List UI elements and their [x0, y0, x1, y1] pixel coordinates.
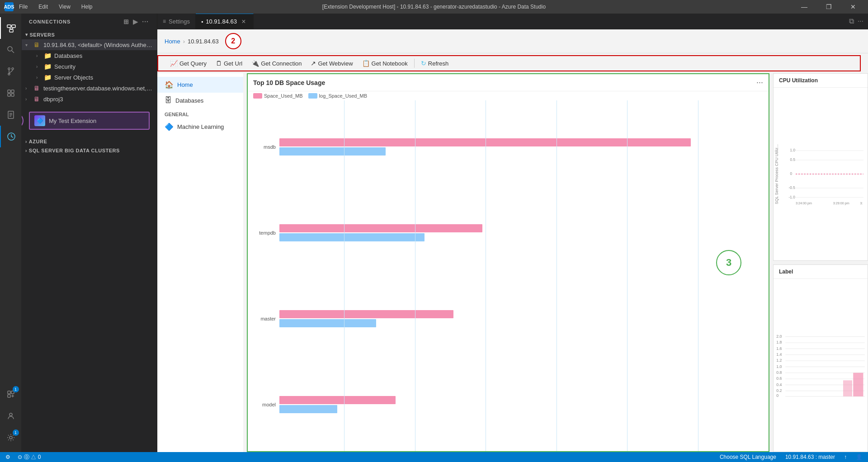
close-button[interactable]: ✕: [843, 0, 863, 14]
security-folder[interactable]: › 📁 Security: [22, 61, 157, 72]
svg-text:1.0: 1.0: [790, 148, 796, 152]
refresh-server-button[interactable]: ↻: [149, 32, 154, 38]
home-nav-icon: 🏠: [165, 80, 174, 89]
annotation-3: 3: [716, 250, 741, 275]
label-chart-title: Label: [779, 269, 793, 275]
databases-folder[interactable]: › 📁 Databases: [22, 50, 157, 61]
status-sql-language[interactable]: Choose SQL Language: [718, 454, 778, 460]
svg-point-5: [8, 47, 12, 51]
extension-section: 1 🔷 My Test Extension: [25, 112, 153, 130]
svg-rect-13: [11, 94, 14, 96]
more-actions-button[interactable]: ···: [141, 17, 150, 26]
split-editor-button[interactable]: ⧉: [848, 16, 855, 26]
nav-home[interactable]: 🏠 Home: [157, 77, 243, 93]
more-tabs-button[interactable]: ···: [857, 16, 864, 26]
activity-deployments[interactable]: 1: [0, 383, 22, 405]
nav-databases[interactable]: 🗄 Databases: [157, 93, 243, 108]
my-test-extension-item[interactable]: 🔷 My Test Extension: [29, 112, 150, 130]
status-server-master[interactable]: 10.91.84.63 : master: [783, 454, 837, 460]
breadcrumb-home[interactable]: Home: [165, 38, 180, 45]
refresh-icon: ↻: [421, 60, 426, 67]
status-remote[interactable]: ⚙: [4, 454, 12, 460]
sql-bigdata-section[interactable]: › SQL SERVER BIG DATA CLUSTERS: [22, 146, 157, 155]
get-query-icon: 📈: [170, 60, 178, 67]
activity-search[interactable]: [0, 39, 22, 61]
get-query-label: Get Query: [179, 60, 207, 67]
status-right: Choose SQL Language 10.91.84.63 : master…: [718, 454, 864, 460]
top10-chart: Top 10 DB Space Usage ··· Space_Used_MB: [247, 73, 769, 452]
svg-text:0.8: 0.8: [776, 370, 782, 375]
svg-text:1.0: 1.0: [776, 364, 782, 369]
errors-count: ⓪ △ 0: [24, 453, 41, 461]
get-connection-button[interactable]: 🔌 Get Connection: [247, 58, 306, 69]
get-query-button[interactable]: 📈 Get Query: [165, 58, 211, 69]
menu-edit[interactable]: Edit: [37, 3, 50, 11]
server-tab-close[interactable]: ×: [240, 18, 248, 26]
activity-bar: 1 1: [0, 14, 22, 452]
menu-view[interactable]: View: [57, 3, 72, 11]
activity-jobs[interactable]: [0, 126, 22, 147]
svg-line-6: [12, 51, 14, 53]
bar-row-tempdb: tempdb: [253, 224, 763, 241]
remote-icon: ⚙: [5, 454, 10, 460]
charts-row: Top 10 DB Space Usage ··· Space_Used_MB: [247, 73, 868, 452]
content-area: ≡ Settings ▪ 10.91.84.63 × ⧉ ··· Home › …: [157, 14, 868, 452]
activity-connections[interactable]: [0, 17, 22, 39]
cpu-chart: CPU Utilization SQL Server Process CPU U…: [773, 73, 868, 261]
svg-text:-0.5: -0.5: [789, 186, 796, 190]
new-query-button[interactable]: ▶: [132, 17, 139, 26]
svg-text:1.2: 1.2: [776, 358, 782, 363]
chart-menu-button[interactable]: ···: [756, 78, 763, 87]
minimize-button[interactable]: —: [794, 0, 815, 14]
azure-section[interactable]: › AZURE: [22, 137, 157, 146]
activity-notebooks[interactable]: [0, 104, 22, 126]
get-connection-label: Get Connection: [261, 60, 302, 67]
bar-label-msdb: msdb: [253, 144, 276, 150]
status-upload[interactable]: ↑: [842, 454, 849, 460]
servers-section-header[interactable]: ▾ SERVERS ⊞ ⊟ ↻: [22, 30, 157, 39]
tab-settings[interactable]: ≡ Settings: [157, 14, 196, 29]
window-controls: — ❐ ✕: [794, 0, 863, 14]
activity-account[interactable]: [0, 405, 22, 427]
get-url-button[interactable]: 🗒 Get Url: [211, 58, 247, 69]
get-webview-button[interactable]: ↗ Get Webview: [306, 58, 357, 69]
settings-badge: 1: [13, 429, 19, 436]
svg-rect-10: [8, 90, 10, 93]
sidebar: CONNECTIONS ⊞ ▶ ··· ▾ SERVERS ⊞ ⊟ ↻: [22, 14, 157, 452]
servers-section: ▾ SERVERS ⊞ ⊟ ↻ ▾ 🖥 10.91.84.63, <defaul…: [22, 30, 157, 104]
dashboard-content: 🏠 Home 🗄 Databases General 🔷 Machine Lea…: [157, 73, 868, 452]
server-dbproj3[interactable]: › 🖥 dbproj3: [22, 94, 157, 104]
svg-text:1.8: 1.8: [776, 340, 782, 344]
servers-chevron: ▾: [25, 32, 28, 37]
svg-rect-62: [853, 373, 863, 396]
legend-log: log_Space_Used_MB: [308, 93, 367, 99]
svg-rect-21: [8, 395, 10, 397]
status-account-bottom[interactable]: 👤: [854, 454, 864, 460]
new-connection-button[interactable]: ⊞: [123, 17, 130, 26]
nav-machine-learning[interactable]: 🔷 Machine Learning: [157, 119, 243, 135]
server-main[interactable]: ▾ 🖥 10.91.84.63, <default> (Windows Auth…: [22, 39, 157, 50]
menu-help[interactable]: Help: [80, 3, 94, 11]
svg-text:-1.0: -1.0: [789, 195, 796, 199]
tab-server[interactable]: ▪ 10.91.84.63 ×: [196, 14, 254, 29]
filter-server-button[interactable]: ⊟: [143, 32, 147, 38]
refresh-button[interactable]: ↻ Refresh: [416, 58, 453, 69]
new-server-button[interactable]: ⊞: [137, 32, 142, 38]
app-logo: ADS: [5, 2, 14, 11]
activity-source-control[interactable]: [0, 61, 22, 82]
maximize-button[interactable]: ❐: [818, 0, 839, 14]
activity-extensions[interactable]: [0, 82, 22, 104]
svg-text:2.0: 2.0: [776, 334, 782, 339]
bar-model-blue: [279, 405, 337, 413]
cpu-chart-body: SQL Server Process CPU Utiliz... 1.0 0.5…: [774, 88, 868, 260]
get-notebook-button[interactable]: 📋 Get Notebook: [358, 58, 412, 69]
menu-file[interactable]: File: [17, 3, 29, 11]
bar-group-master: [279, 310, 763, 327]
server-objects-folder[interactable]: › 📁 Server Objects: [22, 72, 157, 83]
activity-settings[interactable]: 1: [0, 427, 22, 448]
cpu-line-chart: 1.0 0.5 0 -0.5 -1.0: [782, 90, 866, 259]
server-testing[interactable]: › 🖥 testingtheserver.database.windows.ne…: [22, 83, 157, 94]
status-errors[interactable]: ⊙ ⓪ △ 0: [16, 453, 42, 461]
sidebar-title: CONNECTIONS: [29, 19, 71, 24]
security-label: Security: [54, 63, 153, 70]
